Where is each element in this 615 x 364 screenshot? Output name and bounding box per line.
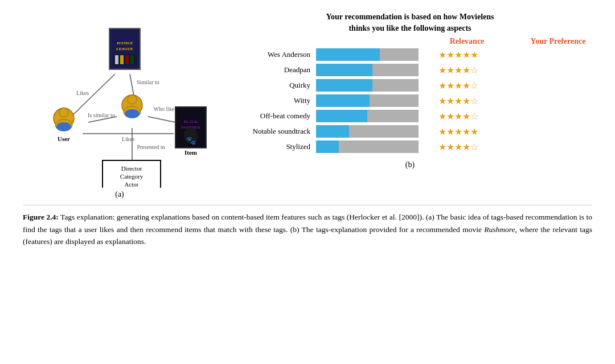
- stars-cell: ★★★★☆: [424, 96, 493, 106]
- svg-point-16: [56, 122, 71, 131]
- node-label-user: User: [58, 135, 70, 142]
- edge-label-wholike: Who like: [154, 106, 175, 112]
- bar-fill: [316, 94, 370, 107]
- edge-label-similarto: Similar to: [137, 79, 159, 85]
- stars-cell: ★★★★☆: [424, 80, 493, 91]
- box-text-ellipsis: ...: [129, 187, 134, 188]
- box-text-director: Director: [121, 165, 142, 172]
- bar-fill: [316, 140, 339, 153]
- bar-container: [316, 64, 419, 76]
- bar-container: [316, 94, 419, 107]
- poster-top-text2: LEAGUE: [116, 47, 133, 51]
- title-line2: thinks you like the following aspects: [348, 24, 471, 32]
- svg-point-14: [59, 108, 68, 117]
- stars-cell: ★★★★☆: [424, 111, 493, 122]
- table-header: Relevance Your Preference: [228, 37, 592, 46]
- bar-fill: [316, 125, 349, 138]
- bar-container: [316, 110, 419, 122]
- stars-cell: ★★★★☆: [424, 65, 493, 76]
- bar-row: Stylized★★★★☆: [228, 140, 592, 153]
- page: Likes Similar to Is similar to Who like …: [0, 0, 615, 364]
- stars-cell: ★★★★★: [424, 126, 493, 137]
- bar-container: [316, 125, 419, 138]
- poster-item-icon: 🐾: [186, 136, 196, 146]
- bar-fill: [316, 79, 372, 92]
- edge-label-presented: Presented in: [137, 144, 165, 150]
- col-preference-header: Your Preference: [524, 37, 592, 46]
- caption-bold: Figure 2.4:: [23, 213, 59, 221]
- svg-line-1: [130, 74, 134, 96]
- svg-line-3: [148, 117, 175, 122]
- bar-container: [316, 79, 419, 92]
- part-b-label: (b): [405, 160, 415, 169]
- stars-cell: ★★★★★: [424, 49, 493, 60]
- col-relevance-header: Relevance: [416, 37, 518, 46]
- edge-label-issimilar: Is similar to: [88, 112, 115, 118]
- bar-row: Witty★★★★☆: [228, 94, 592, 107]
- part-a-label: (a): [115, 190, 124, 199]
- bar-fill: [316, 64, 372, 76]
- stars-cell: ★★★★☆: [424, 142, 493, 152]
- graph-container: Likes Similar to Is similar to Who like …: [28, 11, 211, 188]
- bar-fill: [316, 48, 380, 61]
- bar-row: Deadpan★★★★☆: [228, 64, 592, 76]
- svg-rect-9: [115, 55, 118, 64]
- part-b: Your recommendation is based on how Movi…: [228, 11, 592, 199]
- box-text-category: Category: [120, 173, 144, 180]
- row-label: Quirky: [228, 81, 316, 90]
- svg-point-20: [125, 109, 140, 118]
- poster-top-text: JUSTICE: [116, 41, 133, 46]
- svg-rect-11: [125, 55, 129, 64]
- row-label: Notable soundtrack: [228, 127, 316, 136]
- edge-label-likes1: Likes: [76, 90, 89, 96]
- title-line1: Your recommendation is based on how Movi…: [326, 13, 494, 21]
- figure-caption: Figure 2.4: Tags explanation: generating…: [23, 205, 592, 248]
- graph-svg: Likes Similar to Is similar to Who like …: [28, 11, 211, 188]
- bar-container: [316, 48, 419, 61]
- bar-row: Quirky★★★★☆: [228, 79, 592, 92]
- row-label: Wes Anderson: [228, 50, 316, 59]
- svg-point-18: [128, 95, 137, 104]
- caption-italic: Rushmore: [484, 225, 515, 234]
- poster-item-text: BLACK: [184, 119, 198, 124]
- row-label: Deadpan: [228, 65, 316, 75]
- bar-fill: [316, 110, 367, 122]
- bar-row: Notable soundtrack★★★★★: [228, 125, 592, 138]
- bar-row: Off-beat comedy★★★★☆: [228, 110, 592, 122]
- figure-area: Likes Similar to Is similar to Who like …: [23, 11, 592, 199]
- bar-row: Wes Anderson★★★★★: [228, 48, 592, 61]
- bar-container: [316, 140, 419, 153]
- row-label: Stylized: [228, 142, 316, 151]
- part-a: Likes Similar to Is similar to Who like …: [23, 11, 216, 199]
- edge-label-likes2: Likes: [122, 136, 134, 142]
- row-label: Off-beat comedy: [228, 111, 316, 121]
- rows-area: Wes Anderson★★★★★Deadpan★★★★☆Quirky★★★★☆…: [228, 48, 592, 156]
- svg-rect-10: [120, 55, 124, 64]
- row-label: Witty: [228, 96, 316, 105]
- svg-rect-12: [130, 55, 134, 64]
- part-b-title: Your recommendation is based on how Movi…: [326, 11, 494, 34]
- node-label-item: Item: [184, 149, 197, 156]
